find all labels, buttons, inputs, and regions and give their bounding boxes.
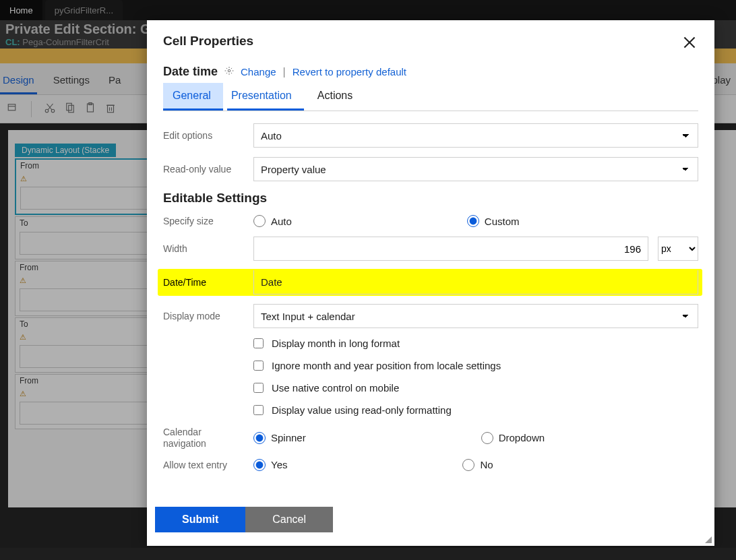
size-auto-text: Auto [271, 216, 292, 227]
display-mode-label: Display mode [163, 311, 244, 321]
edit-options-select[interactable]: Auto [253, 123, 698, 148]
check-long-month[interactable] [253, 338, 264, 348]
allow-text-label: Allow text entry [163, 460, 244, 470]
close-button[interactable] [681, 34, 698, 54]
allowtext-no-option[interactable]: No [462, 459, 493, 471]
check-ignore-locale-label: Ignore month and year position from loca… [272, 360, 501, 371]
edit-options-label: Edit options [163, 130, 244, 141]
size-custom-option[interactable]: Custom [467, 215, 520, 227]
calnav-dropdown-option[interactable]: Dropdown [481, 432, 545, 444]
datetime-label: Date/Time [163, 277, 244, 288]
size-custom-radio[interactable] [467, 215, 479, 227]
calnav-spinner-text: Spinner [271, 432, 306, 443]
calendar-nav-label: Calendar navigation [163, 427, 244, 449]
tab-actions[interactable]: Actions [313, 83, 365, 111]
size-custom-text: Custom [485, 216, 520, 227]
resize-handle[interactable] [702, 534, 712, 543]
calnav-dropdown-text: Dropdown [499, 432, 545, 443]
check-native-mobile-label: Use native control on mobile [272, 382, 399, 394]
allowtext-no-text: No [480, 459, 493, 470]
width-label: Width [163, 243, 244, 254]
modal-tabs: General Presentation Actions [163, 83, 698, 111]
readonly-select[interactable]: Property value [253, 157, 698, 181]
allowtext-yes-radio[interactable] [253, 459, 266, 471]
check-readonly-format[interactable] [253, 405, 264, 415]
tab-general[interactable]: General [163, 83, 223, 111]
allowtext-yes-text: Yes [271, 459, 287, 470]
cancel-button[interactable]: Cancel [245, 507, 333, 532]
calnav-spinner-radio[interactable] [253, 432, 266, 444]
display-mode-select[interactable]: Text Input + calendar [253, 304, 698, 328]
statusbar [0, 548, 736, 560]
width-input[interactable] [253, 237, 648, 261]
submit-button[interactable]: Submit [155, 507, 245, 532]
check-long-month-label: Display month in long format [272, 338, 400, 349]
svg-point-16 [228, 69, 231, 72]
datetime-select[interactable]: Date [253, 270, 698, 294]
width-unit-select[interactable]: px [658, 237, 698, 261]
allowtext-no-radio[interactable] [462, 459, 474, 471]
cell-properties-modal: Cell Properties Date time Change | Rever… [147, 20, 714, 546]
check-ignore-locale[interactable] [253, 361, 264, 371]
editable-settings-heading: Editable Settings [163, 191, 698, 206]
allowtext-yes-option[interactable]: Yes [253, 459, 287, 471]
crumb-separator: | [283, 66, 286, 78]
tab-presentation[interactable]: Presentation [227, 83, 304, 111]
change-link[interactable]: Change [241, 66, 276, 77]
calnav-dropdown-radio[interactable] [481, 432, 493, 444]
check-native-mobile[interactable] [253, 383, 264, 393]
revert-link[interactable]: Revert to property default [293, 66, 406, 77]
calnav-spinner-option[interactable]: Spinner [253, 432, 306, 444]
size-auto-option[interactable]: Auto [253, 215, 292, 227]
specify-size-label: Specify size [163, 216, 244, 226]
property-type: Date time [163, 65, 218, 79]
modal-title: Cell Properties [163, 34, 253, 49]
gear-icon[interactable] [224, 66, 234, 78]
readonly-label: Read-only value [163, 164, 244, 175]
check-readonly-format-label: Display value using read-only formatting [272, 404, 452, 416]
size-auto-radio[interactable] [253, 215, 266, 227]
property-breadcrumb: Date time Change | Revert to property de… [163, 65, 698, 79]
